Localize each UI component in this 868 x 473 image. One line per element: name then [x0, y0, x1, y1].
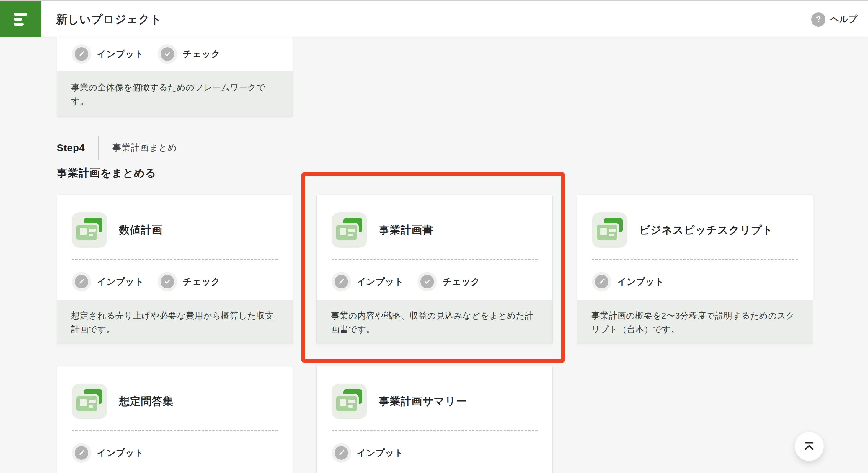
badge-row: インプット チェック — [317, 272, 552, 291]
pencil-icon — [75, 47, 88, 61]
badge-row: インプット — [577, 272, 813, 291]
document-icon — [332, 212, 367, 248]
step-divider — [98, 135, 99, 160]
help-icon: ? — [811, 12, 826, 27]
step-name: 事業計画まとめ — [113, 142, 177, 154]
pencil-icon — [595, 275, 609, 288]
badge-input: インプット — [72, 272, 144, 291]
document-icon — [72, 383, 107, 419]
badge-check: チェック — [158, 44, 221, 64]
help-button[interactable]: ? ヘルプ — [811, 12, 857, 27]
card-title: 想定問答集 — [119, 394, 174, 409]
card-anticipated-qa[interactable]: 想定問答集 インプット — [57, 366, 293, 473]
badge-input: インプット — [592, 272, 664, 291]
card-title: 数値計画 — [119, 223, 163, 238]
card-description: 事業の全体像を俯瞰するためのフレームワークです。 — [57, 71, 292, 116]
card-title: 事業計画書 — [379, 223, 433, 238]
step-indicator: Step4 事業計画まとめ — [57, 135, 177, 160]
card-description: 想定される売り上げや必要な費用から概算した収支計画です。 — [57, 300, 292, 344]
dashed-divider — [332, 430, 538, 431]
badge-input: インプット — [332, 443, 404, 463]
badge-label: インプット — [97, 48, 144, 60]
card-business-plan-summary[interactable]: 事業計画サマリー インプット — [316, 366, 553, 473]
dashed-divider — [72, 430, 278, 431]
help-label: ヘルプ — [830, 13, 857, 25]
pencil-icon — [75, 275, 88, 288]
check-icon — [161, 47, 174, 61]
document-icon — [592, 212, 627, 248]
pencil-icon — [335, 275, 348, 288]
badge-row: インプット — [317, 443, 552, 463]
badge-check: チェック — [158, 272, 221, 291]
badge-row: インプット チェック — [57, 272, 292, 291]
dashed-divider — [72, 259, 278, 260]
badge-input: インプット — [72, 44, 144, 64]
dashed-divider — [592, 259, 798, 260]
dashed-divider — [332, 259, 538, 260]
window-top-border — [0, 0, 868, 1]
badge-label: チェック — [183, 48, 221, 60]
menu-button[interactable] — [0, 1, 41, 37]
document-icon — [72, 212, 107, 248]
card-numeric-plan[interactable]: 数値計画 インプット チェック 想定される売り上げや必要な費用から概算した収支計… — [57, 195, 293, 344]
step-number: Step4 — [57, 142, 85, 154]
badge-input: インプット — [332, 272, 404, 291]
card-title: 事業計画サマリー — [379, 394, 467, 409]
card-description: 事業の内容や戦略、収益の見込みなどをまとめた計画書です。 — [317, 300, 552, 344]
check-icon — [161, 275, 174, 288]
card-business-plan-doc[interactable]: 事業計画書 インプット チェック 事業の内容や戦略、収益の見込みなどをまとめた計… — [316, 195, 553, 344]
header: 新しいプロジェクト ? ヘルプ — [0, 1, 868, 37]
card-title: ビジネスピッチスクリプト — [639, 223, 773, 238]
card-framework-partial[interactable]: インプット チェック 事業の全体像を俯瞰するためのフレームワークです。 — [57, 37, 293, 117]
new-project-page: { "header": { "title": "新しいプロジェクト", "hel… — [0, 0, 868, 473]
document-icon — [332, 383, 367, 419]
badge-check: チェック — [417, 272, 480, 291]
badge-row: インプット チェック — [57, 44, 292, 64]
card-business-pitch-script[interactable]: ビジネスピッチスクリプト インプット 事業計画の概要を2〜3分程度で説明するため… — [577, 195, 813, 344]
check-icon — [421, 275, 434, 288]
card-description: 事業計画の概要を2〜3分程度で説明するためのスクリプト（台本）です。 — [577, 300, 813, 344]
section-heading: 事業計画をまとめる — [57, 166, 156, 180]
badge-row: インプット — [57, 443, 292, 463]
pencil-icon — [335, 446, 348, 460]
pencil-icon — [75, 446, 88, 460]
scroll-to-top-icon — [802, 440, 816, 453]
scroll-to-top-button[interactable] — [795, 432, 824, 461]
page-title: 新しいプロジェクト — [56, 12, 162, 27]
hamburger-icon — [14, 13, 27, 15]
badge-input: インプット — [72, 443, 144, 463]
